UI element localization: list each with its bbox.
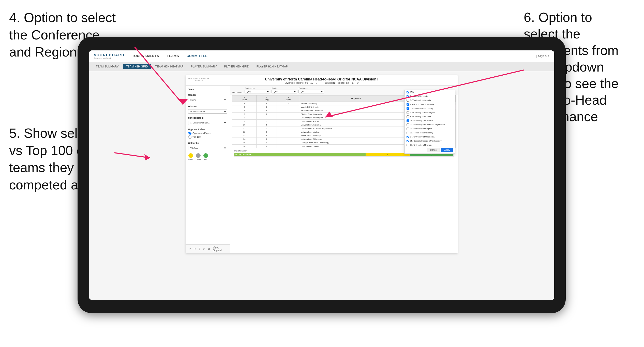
report-body: Team Gender Men's Division NCAA Division… xyxy=(186,86,458,163)
dropdown-item[interactable]: 3. Vanderbilt University xyxy=(405,98,455,102)
dropdown-buttons: Cancel Apply xyxy=(405,146,455,154)
nav-teams[interactable]: TEAMS xyxy=(167,54,179,58)
right-panel: Opponents: Conference (All) Region ( xyxy=(230,86,458,163)
tablet-frame: 5COREBOARD Powered by Cloud TOURNAMENTS … xyxy=(78,37,566,313)
radio-top-100[interactable]: Top 100 xyxy=(188,135,227,139)
radio-group: Opponents Played Top 100 xyxy=(188,132,227,139)
gender-section: Gender Men's xyxy=(188,94,227,102)
cell-name: University of Virginia xyxy=(300,130,412,134)
tablet-screen: 5COREBOARD Powered by Cloud TOURNAMENTS … xyxy=(89,50,554,300)
nav-tournaments[interactable]: TOURNAMENTS xyxy=(132,54,159,58)
dropdown-item[interactable]: 13. Texas Tech University xyxy=(405,131,455,135)
cell-conf xyxy=(277,109,300,112)
colour-legend: Down Level Up xyxy=(188,153,227,161)
cell-reg: 4 xyxy=(256,141,277,144)
sub-nav-player-h2h-grid[interactable]: PLAYER H2H GRID xyxy=(221,64,252,69)
gender-select[interactable]: Men's xyxy=(188,98,227,102)
cell-reg: 5 xyxy=(256,123,277,127)
cell-conf: 1 xyxy=(277,102,300,105)
cell-name: University of Alabama xyxy=(300,123,412,127)
dropdown-item[interactable]: (All) xyxy=(405,90,455,94)
back-btn[interactable]: ⟨ xyxy=(198,247,201,251)
dropdown-item[interactable]: 16. University of Florida xyxy=(405,143,455,146)
cell-rank: 11 xyxy=(232,127,257,130)
conference-filter-label: Conference xyxy=(245,87,270,89)
dropdown-item[interactable]: 4. Arizona State University xyxy=(405,102,455,106)
team-label: Team xyxy=(188,88,227,91)
report-card: Last Updated: 4/7/2024 16:55:38 Universi… xyxy=(186,75,458,253)
cell-reg: 2 xyxy=(256,137,277,141)
opponent-filter-label: Opponent xyxy=(298,87,324,89)
col-reg: #Reg xyxy=(256,95,277,102)
report-meta: Last Updated: 4/7/2024 16:55:38 xyxy=(188,77,209,82)
dropdown-item[interactable]: 2. Auburn University xyxy=(405,94,455,98)
cell-conf xyxy=(277,127,300,130)
opponent-filter-group: Opponent (All) xyxy=(298,87,324,93)
team-section: Team xyxy=(188,88,227,91)
nav-sign-out[interactable]: | Sign out xyxy=(536,54,549,58)
division-select[interactable]: NCAA Division I xyxy=(188,109,227,114)
radio-opponents-played[interactable]: Opponents Played xyxy=(188,132,227,135)
copy-btn[interactable]: ⧉ xyxy=(207,247,211,251)
cell-rank: 8 xyxy=(232,116,257,119)
cell-conf xyxy=(277,134,300,137)
cell-rank: 2 xyxy=(232,102,257,105)
sub-nav: TEAM SUMMARY TEAM H2H GRID TEAM H2H HEAT… xyxy=(89,62,554,71)
dropdown-item[interactable]: 11. University of Arkansas, Fayetteville xyxy=(405,123,455,127)
redo-btn[interactable]: ↪ xyxy=(193,247,197,251)
nav-links: TOURNAMENTS TEAMS COMMITTEE xyxy=(132,54,208,58)
region-filter-select[interactable]: (All) xyxy=(272,90,297,93)
cell-conf xyxy=(277,144,300,148)
dropdown-item[interactable]: 10. University of Alabama xyxy=(405,119,455,123)
apply-button[interactable]: Apply xyxy=(441,148,453,152)
dropdown-item[interactable]: 14. University of Oklahoma xyxy=(405,135,455,139)
cancel-button[interactable]: Cancel xyxy=(427,148,440,152)
region-filter-group: Region (All) xyxy=(272,87,297,93)
cell-name: University of Arizona xyxy=(300,119,412,123)
cell-name: Texas Tech University xyxy=(300,134,412,137)
cell-rank: 12 xyxy=(232,130,257,134)
conference-filter-group: Conference (All) xyxy=(245,87,270,93)
nav-committee[interactable]: COMMITTEE xyxy=(187,54,208,58)
dropdown-item[interactable]: 15. Georgia Institute of Technology xyxy=(405,139,455,143)
colour-select[interactable]: Win/loss xyxy=(188,146,227,150)
undo-btn[interactable]: ↩ xyxy=(188,247,192,251)
overall-record: Overall Record: 89 · 17 · 0 xyxy=(285,81,317,84)
logo: 5COREBOARD Powered by Cloud xyxy=(94,53,125,59)
cell-conf xyxy=(277,105,300,109)
sub-nav-team-h2h-grid[interactable]: TEAM H2H GRID xyxy=(123,64,151,69)
dropdown-item[interactable]: 12. University of Virginia xyxy=(405,127,455,131)
out-division-win: 1 xyxy=(366,153,410,156)
view-label: View: Original xyxy=(212,246,228,252)
sub-nav-team-h2h-heatmap[interactable]: TEAM H2H HEATMAP xyxy=(152,64,187,69)
opponent-dropdown: (All) 2. Auburn University 3. Vanderbilt… xyxy=(404,90,455,154)
cell-rank: 10 xyxy=(232,123,257,127)
refresh-btn[interactable]: ⟳ xyxy=(202,247,206,251)
sub-nav-player-h2h-heatmap[interactable]: PLAYER H2H HEATMAP xyxy=(253,64,291,69)
cell-name: Arizona State University xyxy=(300,109,412,112)
cell-conf xyxy=(277,130,300,134)
sub-nav-player-summary[interactable]: PLAYER SUMMARY xyxy=(188,64,220,69)
cell-rank: 16 xyxy=(232,144,257,148)
cell-name: University of Florida xyxy=(300,144,412,148)
cell-conf xyxy=(277,123,300,127)
dropdown-item[interactable]: 5. Florida State University xyxy=(405,106,455,110)
opponent-view-section: Opponent View Opponents Played Top 100 xyxy=(188,128,227,139)
cell-conf xyxy=(277,141,300,144)
main-content: Last Updated: 4/7/2024 16:55:38 Universi… xyxy=(89,71,554,300)
conference-filter-select[interactable]: (All) xyxy=(245,90,270,93)
region-filter-label: Region xyxy=(272,87,297,89)
opponent-filter-select[interactable]: (All) xyxy=(298,90,324,93)
cell-name: Vanderbilt University xyxy=(300,105,412,109)
school-select[interactable]: 1. University of Nort... xyxy=(188,121,227,125)
cell-conf xyxy=(277,116,300,119)
sub-nav-team-summary[interactable]: TEAM SUMMARY xyxy=(93,64,122,69)
dropdown-item[interactable]: 6. University of Washington xyxy=(405,110,455,115)
cell-name: Auburn University xyxy=(300,102,412,105)
cell-reg: 6 xyxy=(256,127,277,130)
dropdown-item[interactable]: 8. University of Arizona xyxy=(405,115,455,119)
report-header: Last Updated: 4/7/2024 16:55:38 Universi… xyxy=(186,75,458,86)
left-panel: Team Gender Men's Division NCAA Division… xyxy=(186,86,230,163)
legend-down: Down xyxy=(188,153,193,161)
opponent-view-label: Opponent View xyxy=(188,128,227,131)
